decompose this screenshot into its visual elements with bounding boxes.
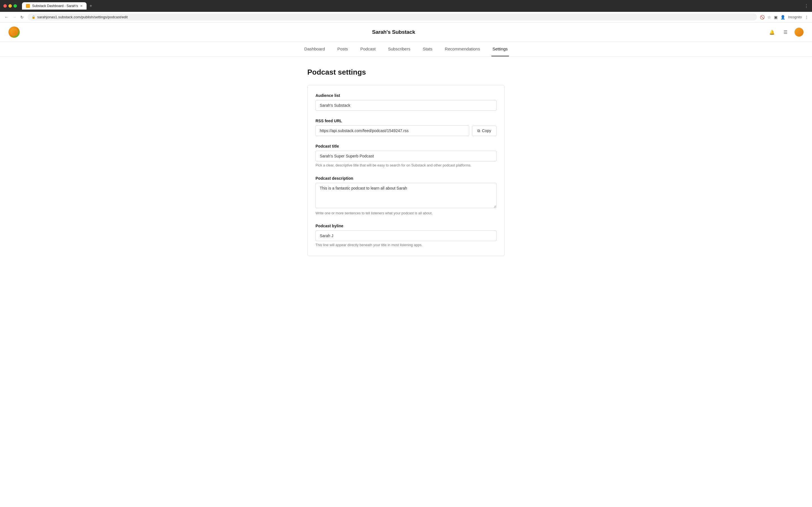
audience-list-group: Audience list bbox=[315, 93, 497, 111]
audience-list-label: Audience list bbox=[315, 93, 497, 98]
nav-stats[interactable]: Stats bbox=[421, 42, 434, 56]
lock-icon: 🔒 bbox=[32, 15, 36, 19]
nav-dashboard[interactable]: Dashboard bbox=[303, 42, 326, 56]
menu-button[interactable]: ☰ bbox=[781, 27, 790, 37]
tab-bar: Substack Dashboard - Sarah's ✕ + bbox=[22, 2, 94, 10]
nav-subscribers[interactable]: Subscribers bbox=[387, 42, 411, 56]
rss-feed-row: ⧉ Copy bbox=[315, 125, 497, 136]
rss-feed-group: RSS feed URL ⧉ Copy bbox=[315, 119, 497, 136]
podcast-title-input[interactable] bbox=[315, 151, 497, 161]
podcast-description-label: Podcast description bbox=[315, 176, 497, 180]
tab-title: Substack Dashboard - Sarah's bbox=[32, 4, 78, 8]
podcast-title-label: Podcast title bbox=[315, 144, 497, 149]
browser-actions: 🚫 ☆ ▣ 👤 Incognito ⋮ bbox=[760, 15, 809, 19]
user-avatar[interactable] bbox=[795, 27, 804, 37]
notifications-button[interactable]: 🔔 bbox=[767, 27, 776, 37]
incognito-label[interactable]: Incognito bbox=[788, 15, 802, 19]
app-logo[interactable] bbox=[8, 26, 20, 38]
header-actions: 🔔 ☰ bbox=[767, 27, 804, 37]
incognito-text: Incognito bbox=[788, 15, 802, 19]
traffic-lights bbox=[3, 4, 17, 8]
podcast-byline-input[interactable] bbox=[315, 230, 497, 241]
window-controls[interactable]: ⋮ bbox=[804, 3, 809, 9]
rss-feed-input[interactable] bbox=[315, 125, 469, 136]
podcast-byline-hint: This line will appear directly beneath y… bbox=[315, 243, 497, 248]
settings-card: Audience list RSS feed URL ⧉ Copy Podcas… bbox=[307, 85, 505, 256]
new-tab-button[interactable]: + bbox=[87, 2, 94, 10]
camera-off-icon[interactable]: 🚫 bbox=[760, 15, 765, 19]
url-display: sarahjonas1.substack.com/publish/setting… bbox=[37, 15, 128, 19]
profile-icon[interactable]: 👤 bbox=[780, 15, 785, 19]
podcast-byline-group: Podcast byline This line will appear dir… bbox=[315, 224, 497, 248]
close-button[interactable] bbox=[3, 4, 7, 8]
podcast-title-group: Podcast title Pick a clear, descriptive … bbox=[315, 144, 497, 168]
nav-posts[interactable]: Posts bbox=[336, 42, 349, 56]
site-title: Sarah's Substack bbox=[372, 29, 415, 35]
tab-favicon bbox=[26, 4, 30, 8]
podcast-description-textarea[interactable] bbox=[315, 183, 497, 208]
tab-close-icon[interactable]: ✕ bbox=[80, 4, 83, 8]
podcast-byline-label: Podcast byline bbox=[315, 224, 497, 228]
forward-button[interactable]: → bbox=[11, 14, 17, 20]
podcast-description-group: Podcast description Write one or more se… bbox=[315, 176, 497, 216]
maximize-button[interactable] bbox=[13, 4, 17, 8]
bookmark-icon[interactable]: ☆ bbox=[767, 15, 771, 19]
copy-label: Copy bbox=[482, 128, 491, 133]
nav-buttons: ← → ↻ bbox=[3, 14, 25, 20]
podcast-title-hint: Pick a clear, descriptive title that wil… bbox=[315, 163, 497, 168]
rss-feed-label: RSS feed URL bbox=[315, 119, 497, 123]
browser-titlebar: Substack Dashboard - Sarah's ✕ + ⋮ bbox=[3, 2, 809, 12]
main-content: Podcast settings Audience list RSS feed … bbox=[302, 57, 510, 273]
main-nav: Dashboard Posts Podcast Subscribers Stat… bbox=[0, 42, 812, 57]
copy-icon: ⧉ bbox=[477, 128, 480, 133]
address-bar: ← → ↻ 🔒 sarahjonas1.substack.com/publish… bbox=[0, 12, 812, 22]
copy-button[interactable]: ⧉ Copy bbox=[472, 126, 497, 136]
address-field[interactable]: 🔒 sarahjonas1.substack.com/publish/setti… bbox=[28, 13, 757, 20]
minimize-button[interactable] bbox=[8, 4, 12, 8]
active-tab[interactable]: Substack Dashboard - Sarah's ✕ bbox=[22, 2, 87, 10]
logo-inner bbox=[10, 28, 18, 36]
nav-recommendations[interactable]: Recommendations bbox=[444, 42, 481, 56]
browser-chrome: Substack Dashboard - Sarah's ✕ + ⋮ bbox=[0, 0, 812, 12]
podcast-description-hint: Write one or more sentences to tell list… bbox=[315, 211, 497, 216]
nav-settings[interactable]: Settings bbox=[492, 42, 509, 56]
sidebar-icon[interactable]: ▣ bbox=[774, 15, 777, 19]
menu-dots-icon[interactable]: ⋮ bbox=[805, 15, 809, 19]
nav-podcast[interactable]: Podcast bbox=[359, 42, 377, 56]
app-header: Sarah's Substack 🔔 ☰ bbox=[0, 22, 812, 42]
reload-button[interactable]: ↻ bbox=[19, 14, 25, 20]
back-button[interactable]: ← bbox=[3, 14, 10, 20]
audience-list-input[interactable] bbox=[315, 100, 497, 111]
page-title: Podcast settings bbox=[307, 68, 505, 76]
